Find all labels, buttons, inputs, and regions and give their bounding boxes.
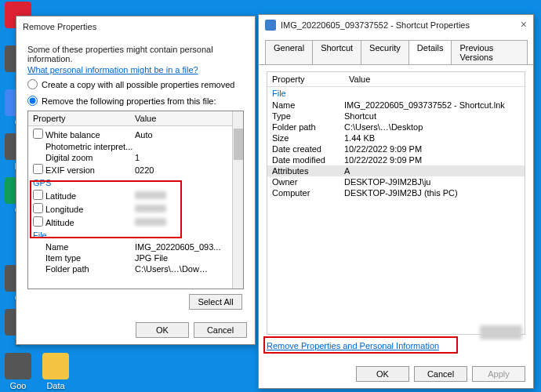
radio-label: Remove the following properties from thi…	[42, 96, 216, 106]
tab-previous-versions[interactable]: Previous Versions	[451, 40, 528, 64]
prop-name: Latitude	[44, 191, 135, 201]
titlebar[interactable]: Remove Properties	[16, 16, 255, 37]
prop-name: Folder path	[44, 264, 135, 274]
col-value[interactable]: Value	[130, 111, 243, 125]
detail-value: C:\Users\…\Desktop	[344, 122, 520, 132]
titlebar[interactable]: IMG_20220605_093737552 - Shortcut Proper…	[259, 15, 533, 35]
prop-checkbox[interactable]	[33, 216, 43, 227]
detail-prop: Owner	[272, 177, 344, 187]
prop-name: Altitude	[44, 218, 135, 227]
detail-value: DESKTOP-J9IM2BJ\ju	[344, 177, 520, 187]
detail-value: 10/22/2022 9:09 PM	[344, 144, 520, 154]
prop-value: C:\Users\…\Dow…	[135, 264, 238, 274]
prop-name: Item type	[44, 253, 135, 263]
prop-value	[135, 205, 238, 214]
shortcut-properties-window: IMG_20220605_093737552 - Shortcut Proper…	[258, 14, 534, 389]
window-icon	[265, 20, 276, 31]
ok-button[interactable]: OK	[136, 322, 189, 338]
radio-remove-following[interactable]: Remove the following properties from thi…	[27, 96, 244, 106]
desktop-label: Data	[46, 381, 64, 390]
prop-value: 1	[135, 153, 238, 162]
prop-checkbox[interactable]	[33, 129, 43, 139]
tab-details[interactable]: Details	[408, 40, 452, 64]
group-file: File	[267, 87, 525, 100]
prop-value: IMG_20220605_093...	[135, 242, 238, 252]
prop-name: EXIF version	[44, 165, 135, 175]
close-icon[interactable]: ×	[521, 18, 527, 31]
prop-checkbox[interactable]	[33, 164, 43, 174]
radio-label: Create a copy with all possible properti…	[42, 80, 234, 89]
detail-prop: Date created	[272, 144, 344, 154]
col-property[interactable]: Property	[28, 111, 130, 125]
prop-name: White balance	[44, 130, 135, 140]
detail-value: A	[344, 166, 520, 176]
detail-value: 10/22/2022 9:09 PM	[344, 155, 520, 165]
prop-value: 0220	[135, 165, 238, 175]
col-property[interactable]: Property	[267, 72, 344, 86]
window-title: IMG_20220605_093737552 - Shortcut Proper…	[281, 20, 470, 30]
col-value[interactable]: Value	[344, 72, 525, 86]
prop-value	[135, 191, 238, 201]
detail-prop: Type	[272, 111, 344, 121]
radio-create-copy[interactable]: Create a copy with all possible properti…	[27, 79, 244, 89]
detail-value: 1.44 KB	[344, 133, 520, 143]
cancel-button[interactable]: Cancel	[194, 322, 247, 338]
prop-checkbox[interactable]	[33, 190, 43, 200]
prop-value: JPG File	[135, 253, 238, 263]
prop-name: Digital zoom	[44, 153, 135, 162]
tab-security[interactable]: Security	[361, 40, 409, 64]
prop-value	[135, 218, 238, 227]
scrollbar[interactable]	[232, 111, 243, 289]
remove-properties-window: Remove Properties Some of these properti…	[16, 16, 256, 345]
detail-prop: Name	[272, 100, 344, 110]
prop-checkbox[interactable]	[33, 203, 43, 213]
prop-value: Auto	[135, 130, 238, 140]
apply-button[interactable]: Apply	[472, 366, 525, 382]
radio-remove-following-input[interactable]	[27, 96, 38, 106]
group-file: File	[28, 229, 243, 241]
remove-properties-link[interactable]: Remove Properties and Personal Informati…	[267, 341, 439, 350]
select-all-button[interactable]: Select All	[189, 294, 242, 310]
detail-prop: Date modified	[272, 155, 344, 165]
detail-value: IMG_20220605_093737552 - Shortcut.lnk	[344, 100, 520, 110]
window-title: Remove Properties	[23, 22, 96, 31]
detail-prop: Folder path	[272, 122, 344, 132]
info-text: Some of these properties might contain p…	[27, 45, 244, 64]
blur-region	[480, 325, 522, 335]
group-gps: GPS	[28, 176, 243, 189]
prop-name: Name	[44, 242, 135, 252]
radio-create-copy-input[interactable]	[27, 79, 38, 89]
personal-info-link[interactable]: What personal information might be in a …	[27, 65, 244, 74]
tab-shortcut[interactable]: Shortcut	[312, 40, 361, 64]
desktop-label: Goo	[10, 381, 27, 390]
detail-prop: Attributes	[272, 166, 344, 176]
properties-list: Property Value White balanceAuto Photome…	[27, 111, 244, 289]
detail-value: Shortcut	[344, 111, 520, 121]
tabs: General Shortcut Security Details Previo…	[259, 35, 533, 65]
cancel-button[interactable]: Cancel	[414, 366, 467, 382]
prop-name: Longitude	[44, 205, 135, 214]
tab-general[interactable]: General	[265, 40, 313, 64]
detail-prop: Computer	[272, 188, 344, 198]
prop-name: Photometric interpret...	[44, 142, 135, 151]
detail-value: DESKTOP-J9IM2BJ (this PC)	[344, 188, 520, 198]
details-list: Property Value File NameIMG_20220605_093…	[267, 71, 525, 335]
ok-button[interactable]: OK	[356, 366, 409, 382]
detail-prop: Size	[272, 133, 344, 143]
